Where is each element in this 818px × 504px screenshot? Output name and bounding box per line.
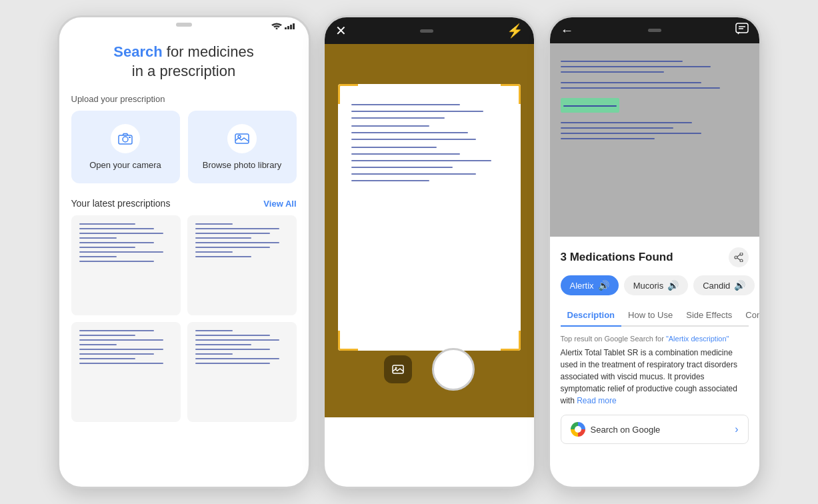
wifi-icon bbox=[271, 23, 282, 29]
rx-paper-overlay bbox=[550, 43, 759, 237]
p-line bbox=[79, 344, 117, 345]
meds-title: 3 Medications Found bbox=[561, 251, 673, 264]
notch-2 bbox=[420, 29, 433, 33]
prescription-thumb-2[interactable] bbox=[187, 215, 297, 315]
phone-3: ← bbox=[548, 15, 761, 489]
p-line bbox=[195, 358, 279, 359]
chat-icon[interactable] bbox=[735, 23, 749, 38]
rx-line bbox=[561, 122, 692, 123]
rx-line bbox=[561, 66, 711, 67]
candid-label: Candid bbox=[703, 281, 730, 291]
medications-panel: 3 Medications Found Alertix 🔊 Mucoris 🔊 bbox=[550, 237, 759, 455]
camera-topbar: ✕ ⚡ bbox=[325, 17, 534, 44]
p-line bbox=[79, 233, 163, 234]
status-icons bbox=[271, 23, 298, 29]
tab-how-to-use[interactable]: How to Use bbox=[621, 305, 679, 327]
p-line bbox=[195, 256, 251, 257]
p-line bbox=[79, 256, 117, 257]
svg-point-6 bbox=[123, 137, 128, 142]
corner-tr bbox=[501, 84, 521, 104]
phone-1: Search for medicinesin a prescription Up… bbox=[57, 15, 311, 489]
phone1-title: Search for medicinesin a prescription bbox=[71, 43, 297, 81]
rx-line bbox=[561, 61, 683, 62]
med-tab-candid[interactable]: Candid 🔊 bbox=[693, 275, 755, 295]
camera-screen bbox=[325, 44, 534, 417]
camera-overlay bbox=[338, 84, 521, 351]
p-line bbox=[79, 223, 135, 225]
p-line bbox=[79, 228, 154, 229]
med-tab-mucoris[interactable]: Mucoris 🔊 bbox=[624, 275, 689, 295]
med-description: Alertix Total Tablet SR is a combination… bbox=[561, 347, 749, 407]
p-line bbox=[79, 363, 163, 364]
prescription-lines-3 bbox=[71, 322, 181, 375]
p-line bbox=[195, 251, 233, 253]
tab-description[interactable]: Description bbox=[561, 305, 622, 327]
rx-line bbox=[561, 71, 664, 73]
p-line bbox=[195, 339, 279, 341]
sound-icon-1[interactable]: 🔊 bbox=[598, 280, 609, 291]
sound-icon-2[interactable]: 🔊 bbox=[667, 280, 679, 291]
p-line bbox=[79, 349, 163, 350]
p-line bbox=[79, 242, 154, 243]
svg-rect-12 bbox=[736, 23, 748, 33]
google-search-button[interactable]: Search on Google › bbox=[561, 415, 749, 444]
p-line bbox=[79, 330, 154, 331]
med-tab-alertix[interactable]: Alertix 🔊 bbox=[561, 275, 619, 295]
p-line bbox=[79, 353, 154, 355]
library-button[interactable]: Browse photo library bbox=[188, 111, 297, 183]
upload-buttons: Open your camera Browse photo library bbox=[71, 111, 297, 183]
sound-icon-3[interactable]: 🔊 bbox=[734, 280, 745, 291]
prescription-thumb-1[interactable] bbox=[71, 215, 181, 315]
back-icon[interactable]: ← bbox=[561, 23, 574, 38]
p-line bbox=[79, 335, 135, 336]
prescription-lines-2 bbox=[187, 215, 297, 269]
svg-point-0 bbox=[275, 28, 277, 30]
phone-2: ✕ ⚡ bbox=[323, 15, 536, 489]
info-tabs: Description How to Use Side Effects Comp… bbox=[561, 305, 749, 327]
mucoris-label: Mucoris bbox=[633, 281, 664, 291]
corner-tl bbox=[338, 84, 358, 104]
p-line bbox=[195, 344, 251, 345]
svg-point-16 bbox=[735, 256, 737, 259]
p-line bbox=[195, 233, 270, 234]
view-all-button[interactable]: View All bbox=[263, 199, 296, 209]
p-line bbox=[195, 363, 270, 364]
status-bar-1 bbox=[59, 17, 309, 32]
highlighted-rx bbox=[561, 98, 749, 113]
prescription-thumb-3[interactable] bbox=[71, 322, 181, 422]
alertix-label: Alertix bbox=[570, 281, 594, 291]
gallery-icon[interactable] bbox=[384, 355, 412, 383]
svg-rect-2 bbox=[287, 26, 289, 29]
svg-rect-10 bbox=[393, 365, 403, 373]
p-line bbox=[195, 223, 233, 225]
svg-rect-1 bbox=[285, 27, 287, 29]
library-label: Browse photo library bbox=[203, 160, 282, 170]
camera-button[interactable]: Open your camera bbox=[71, 111, 180, 183]
latest-section: Your latest prescriptions View All bbox=[71, 198, 297, 209]
svg-rect-7 bbox=[129, 137, 131, 138]
flash-icon[interactable]: ⚡ bbox=[507, 23, 523, 39]
google-circle-icon bbox=[571, 422, 585, 437]
p-line bbox=[195, 247, 270, 248]
tab-side-effects[interactable]: Side Effects bbox=[679, 305, 739, 327]
svg-rect-3 bbox=[290, 25, 292, 29]
p-line bbox=[79, 251, 163, 253]
camera-controls bbox=[325, 348, 534, 391]
svg-point-17 bbox=[740, 259, 743, 262]
signal-icon bbox=[285, 23, 298, 29]
rx-line bbox=[561, 127, 673, 129]
google-inner bbox=[575, 426, 581, 433]
read-more-link[interactable]: Read more bbox=[577, 396, 616, 405]
tab-composition[interactable]: Compos bbox=[739, 305, 761, 327]
share-icon[interactable] bbox=[729, 247, 749, 267]
camera-label: Open your camera bbox=[89, 160, 161, 170]
meds-header: 3 Medications Found bbox=[561, 247, 749, 267]
shutter-button[interactable] bbox=[432, 348, 475, 391]
p-line bbox=[195, 237, 251, 239]
p-line bbox=[195, 335, 270, 336]
med-tabs: Alertix 🔊 Mucoris 🔊 Candid 🔊 bbox=[561, 275, 749, 295]
close-icon[interactable]: ✕ bbox=[335, 23, 347, 39]
p-line bbox=[79, 237, 117, 239]
phone1-content: Search for medicinesin a prescription Up… bbox=[59, 32, 309, 433]
prescription-thumb-4[interactable] bbox=[187, 322, 297, 422]
